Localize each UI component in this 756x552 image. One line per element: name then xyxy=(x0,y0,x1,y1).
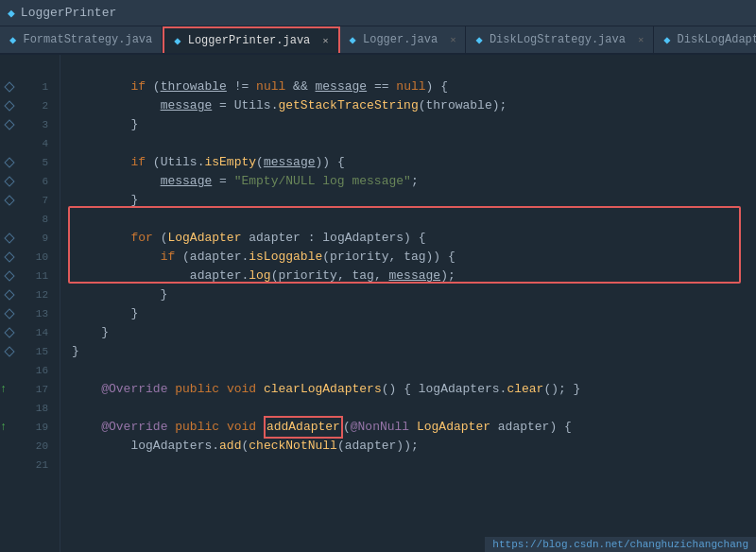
tab-icon-dla: ◆ xyxy=(663,33,670,47)
code-line xyxy=(72,210,756,229)
gutter-icon-row xyxy=(0,134,19,153)
breakpoint-diamond xyxy=(4,195,14,205)
tab-close-logger[interactable]: ✕ xyxy=(450,34,455,45)
code-line-if: if (adapter.isLoggable(priority, tag)) { xyxy=(72,248,756,267)
editor: ↑ ↑ 1 2 3 4 5 6 7 8 9 10 11 12 13 14 15 … xyxy=(0,55,756,552)
gutter-icon-row xyxy=(0,342,19,361)
gutter-icon-row xyxy=(0,323,19,342)
code-line: } xyxy=(72,285,756,304)
gutter-icon-row xyxy=(0,304,19,323)
gutter-icon-row xyxy=(0,96,19,115)
code-line-clearlogadapters: @Override public void clearLogAdapters()… xyxy=(72,380,756,399)
gutter-icon-row xyxy=(0,285,19,304)
breakpoint-diamond xyxy=(4,81,14,92)
left-gutter-icons: ↑ ↑ xyxy=(0,55,19,552)
line-num: 13 xyxy=(19,304,52,323)
breakpoint-diamond xyxy=(4,100,14,111)
line-num: 14 xyxy=(19,323,52,342)
line-num: 19 xyxy=(19,418,52,437)
breakpoint-diamond xyxy=(4,346,14,356)
line-num: 16 xyxy=(19,361,52,380)
line-num: 11 xyxy=(19,267,52,285)
code-line-log: adapter.log(priority, tag, message); xyxy=(72,267,756,285)
breakpoint-diamond xyxy=(4,157,14,167)
gutter-icon-row: ↑ xyxy=(0,418,19,437)
gutter-icon-row xyxy=(0,115,19,134)
line-num: 7 xyxy=(19,191,52,210)
gutter-icon-row xyxy=(0,210,19,229)
tab-disklogadapter[interactable]: ◆ DiskLogAdapter.java ✕ xyxy=(654,26,756,53)
code-line xyxy=(72,361,756,380)
gutter-icon-row xyxy=(0,153,19,172)
title-bar: ◆ LoggerPrinter xyxy=(0,0,756,26)
gutter-icon-row xyxy=(0,399,19,418)
tab-icon-dls: ◆ xyxy=(475,33,482,47)
gutter-icon-row xyxy=(0,172,19,191)
breakpoint-diamond xyxy=(4,176,14,186)
tab-icon-active: ◆ xyxy=(174,34,180,48)
code-line: } xyxy=(72,304,756,323)
addadapter-highlight: addAdapter xyxy=(264,416,343,439)
breakpoint-diamond xyxy=(4,119,14,129)
green-arrow-up-icon-2: ↑ xyxy=(0,421,7,434)
gutter-icon-row xyxy=(0,248,19,267)
gutter-icon-row xyxy=(0,229,19,248)
line-num: 9 xyxy=(19,229,52,248)
breakpoint-diamond xyxy=(4,327,14,337)
gutter-icon-row xyxy=(0,361,19,380)
line-num: 3 xyxy=(19,115,52,134)
line-numbers-gutter: 1 2 3 4 5 6 7 8 9 10 11 12 13 14 15 16 1… xyxy=(19,55,60,552)
tab-formatstrategy[interactable]: ◆ FormatStrategy.java xyxy=(0,26,163,53)
title-icon: ◆ xyxy=(8,6,15,21)
code-line-for: for (LogAdapter adapter : logAdapters) { xyxy=(72,229,756,248)
bottom-bar: https://blog.csdn.net/changhuzichangchan… xyxy=(485,537,756,552)
code-line: } xyxy=(72,115,756,134)
line-num xyxy=(19,59,52,78)
tab-icon-logger: ◆ xyxy=(350,33,356,47)
tab-loggerprinter[interactable]: ◆ LoggerPrinter.java ✕ xyxy=(163,26,339,53)
tab-icon: ◆ xyxy=(9,33,16,47)
tab-logger[interactable]: ◆ Logger.java ✕ xyxy=(340,26,467,53)
line-num: 17 xyxy=(19,380,52,399)
gutter-icon-row xyxy=(0,191,19,210)
line-num: 2 xyxy=(19,96,52,115)
line-num: 12 xyxy=(19,285,52,304)
tab-bar: ◆ FormatStrategy.java ◆ LoggerPrinter.ja… xyxy=(0,26,756,55)
code-line: if (throwable != null && message == null… xyxy=(72,78,756,96)
breakpoint-diamond xyxy=(4,251,14,262)
tab-disklogstrategy[interactable]: ◆ DiskLogStrategy.java ✕ xyxy=(466,26,654,53)
line-num: 15 xyxy=(19,342,52,361)
line-num: 6 xyxy=(19,172,52,191)
line-num: 8 xyxy=(19,210,52,229)
gutter-icon-row xyxy=(0,437,19,456)
code-line-addadapter: @Override public void addAdapter(@NonNul… xyxy=(72,418,756,437)
code-line: message = Utils.getStackTraceString(thro… xyxy=(72,96,756,115)
line-num: 5 xyxy=(19,153,52,172)
gutter-icon-row: ↑ xyxy=(0,380,19,399)
code-line xyxy=(72,134,756,153)
code-line: } xyxy=(72,342,756,361)
line-num: 18 xyxy=(19,399,52,418)
code-line: message = "Empty/NULL log message"; xyxy=(72,172,756,191)
tab-close-loggerprinter[interactable]: ✕ xyxy=(323,35,329,46)
code-line xyxy=(72,399,756,418)
title-text: LoggerPrinter xyxy=(21,6,116,20)
code-line xyxy=(72,59,756,78)
url-text: https://blog.csdn.net/changhuzichangchan… xyxy=(492,539,748,550)
tab-close-dls[interactable]: ✕ xyxy=(638,34,644,45)
line-num: 20 xyxy=(19,437,52,456)
breakpoint-diamond xyxy=(4,270,14,281)
green-arrow-up-icon: ↑ xyxy=(0,383,7,396)
code-line: logAdapters.add(checkNotNull(adapter)); xyxy=(72,437,756,456)
code-line: } xyxy=(72,323,756,342)
breakpoint-diamond xyxy=(4,308,14,319)
line-num: 1 xyxy=(19,78,52,96)
gutter-icon-row xyxy=(0,78,19,96)
code-line: if (Utils.isEmpty(message)) { xyxy=(72,153,756,172)
breakpoint-diamond xyxy=(4,289,14,300)
gutter-icon-row xyxy=(0,267,19,285)
code-line: } xyxy=(72,191,756,210)
gutter-icon-row xyxy=(0,59,19,78)
code-area[interactable]: if (throwable != null && message == null… xyxy=(60,55,756,552)
breakpoint-diamond xyxy=(4,233,14,243)
